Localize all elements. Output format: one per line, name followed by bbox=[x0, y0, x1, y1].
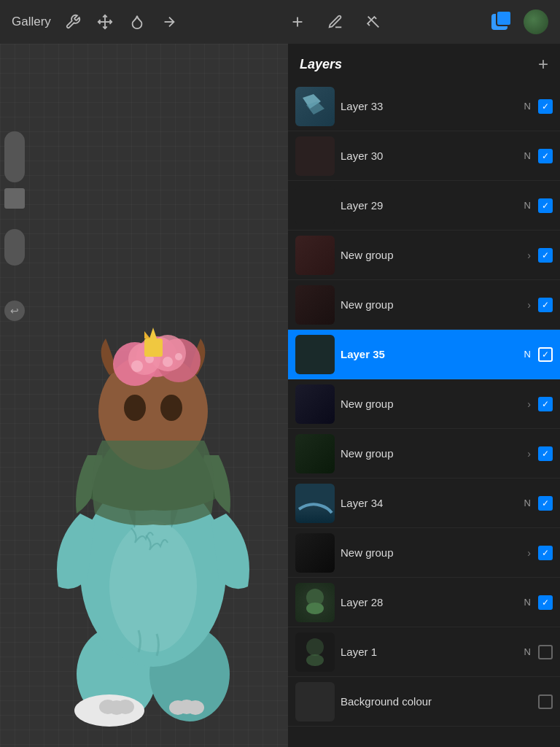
layer-thumbnail-layer35 bbox=[295, 335, 335, 374]
brush-size-slider[interactable] bbox=[4, 131, 25, 182]
layer-mode-layer34: N bbox=[524, 498, 531, 508]
layer-thumbnail-newgroup4 bbox=[295, 434, 335, 473]
layer-row-layer1[interactable]: Layer 1N bbox=[288, 627, 560, 677]
layers-panel: Layers + Layer 33NLayer 30NLayer 29NNew … bbox=[288, 44, 560, 747]
svg-point-24 bbox=[163, 357, 173, 367]
layer-row-layer30[interactable]: Layer 30N bbox=[288, 131, 560, 181]
layer-name-layer33: Layer 33 bbox=[341, 100, 524, 112]
layer-row-layer28[interactable]: Layer 28N bbox=[288, 578, 560, 627]
layer-thumbnail-layer28 bbox=[295, 583, 335, 622]
expand-group-icon-newgroup4[interactable]: › bbox=[527, 448, 531, 460]
layer-thumbnail-newgroup3 bbox=[295, 384, 335, 424]
layer-thumbnail-layer34 bbox=[295, 484, 335, 523]
expand-group-icon-newgroup1[interactable]: › bbox=[527, 249, 531, 261]
toolbar-center bbox=[179, 12, 491, 32]
layer-name-newgroup3: New group bbox=[341, 398, 527, 410]
layer-visibility-newgroup3[interactable] bbox=[538, 397, 553, 411]
layer-row-newgroup1[interactable]: New group› bbox=[288, 231, 560, 280]
svg-point-35 bbox=[306, 638, 324, 656]
layer-thumbnail-newgroup5 bbox=[295, 533, 335, 573]
opacity-slider[interactable] bbox=[4, 229, 25, 266]
layer-thumbnail-layer29 bbox=[295, 186, 335, 225]
left-sidebar: ↩ bbox=[0, 131, 29, 321]
layer-name-bgcolour: Background colour bbox=[341, 695, 531, 708]
layer-row-layer34[interactable]: Layer 34N bbox=[288, 479, 560, 528]
pen-tool-icon[interactable] bbox=[287, 12, 308, 32]
layer-row-layer33[interactable]: Layer 33N bbox=[288, 82, 560, 131]
layer-name-layer28: Layer 28 bbox=[341, 596, 524, 608]
canvas-area[interactable]: ↩ bbox=[0, 44, 288, 747]
layer-row-newgroup2[interactable]: New group› bbox=[288, 280, 560, 330]
layer-mode-layer30: N bbox=[524, 150, 531, 161]
layer-name-layer35: Layer 35 bbox=[341, 348, 524, 360]
layer-mode-layer33: N bbox=[524, 101, 531, 112]
layer-visibility-newgroup2[interactable] bbox=[538, 298, 553, 312]
layer-visibility-layer34[interactable] bbox=[538, 496, 553, 511]
svg-point-13 bbox=[169, 700, 187, 715]
layer-visibility-layer30[interactable] bbox=[538, 149, 553, 163]
svg-marker-27 bbox=[149, 328, 157, 338]
svg-point-34 bbox=[306, 603, 324, 614]
layer-name-layer29: Layer 29 bbox=[341, 199, 524, 212]
layer-visibility-layer35[interactable] bbox=[538, 347, 553, 362]
pencil-icon[interactable] bbox=[325, 12, 346, 32]
layers-panel-icon[interactable] bbox=[491, 10, 515, 34]
layer-visibility-layer1[interactable] bbox=[538, 645, 553, 659]
toolbar-left: Gallery bbox=[12, 12, 179, 32]
svg-point-10 bbox=[117, 700, 134, 714]
undo-button[interactable]: ↩ bbox=[4, 301, 25, 321]
layer-name-layer1: Layer 1 bbox=[341, 646, 524, 658]
layer-name-layer30: Layer 30 bbox=[341, 150, 524, 162]
expand-group-icon-newgroup3[interactable]: › bbox=[527, 398, 531, 410]
layer-thumbnail-newgroup2 bbox=[295, 285, 335, 325]
selection-icon[interactable] bbox=[159, 12, 179, 32]
layer-thumbnail-bgcolour bbox=[295, 682, 335, 721]
layer-visibility-layer33[interactable] bbox=[538, 99, 553, 114]
layer-row-layer35[interactable]: Layer 35N bbox=[288, 330, 560, 379]
layer-thumbnail-layer33 bbox=[295, 87, 335, 126]
layer-name-newgroup1: New group bbox=[341, 249, 527, 261]
toolbar-right bbox=[491, 9, 548, 34]
layer-row-newgroup4[interactable]: New group› bbox=[288, 429, 560, 479]
layers-title: Layers bbox=[300, 57, 342, 72]
svg-rect-26 bbox=[144, 338, 163, 357]
layer-mode-layer29: N bbox=[524, 200, 531, 211]
layer-visibility-newgroup5[interactable] bbox=[538, 546, 553, 560]
layer-name-newgroup5: New group bbox=[341, 546, 527, 559]
layer-row-layer29[interactable]: Layer 29N bbox=[288, 181, 560, 231]
eraser-icon[interactable] bbox=[363, 12, 384, 32]
modify-icon[interactable] bbox=[95, 12, 115, 32]
add-layer-button[interactable]: + bbox=[538, 55, 548, 73]
layer-visibility-newgroup4[interactable] bbox=[538, 446, 553, 461]
layer-name-layer34: Layer 34 bbox=[341, 497, 524, 509]
expand-group-icon-newgroup2[interactable]: › bbox=[527, 299, 531, 311]
svg-point-29 bbox=[124, 395, 146, 421]
svg-point-36 bbox=[306, 654, 324, 666]
layers-list: Layer 33NLayer 30NLayer 29NNew group›New… bbox=[288, 82, 560, 727]
toolbar: Gallery bbox=[0, 0, 560, 44]
svg-point-30 bbox=[160, 395, 182, 421]
layer-visibility-layer28[interactable] bbox=[538, 595, 553, 610]
layer-row-bgcolour[interactable]: Background colour bbox=[288, 677, 560, 727]
layer-mode-layer35: N bbox=[524, 349, 531, 360]
character-illustration bbox=[22, 178, 284, 747]
layer-row-newgroup3[interactable]: New group› bbox=[288, 379, 560, 429]
svg-point-22 bbox=[131, 360, 143, 372]
layer-visibility-layer29[interactable] bbox=[538, 198, 553, 213]
gallery-button[interactable]: Gallery bbox=[12, 15, 51, 29]
expand-group-icon-newgroup5[interactable]: › bbox=[527, 547, 531, 559]
layer-visibility-bgcolour[interactable] bbox=[538, 694, 553, 709]
svg-point-25 bbox=[175, 353, 182, 360]
layer-visibility-newgroup1[interactable] bbox=[538, 248, 553, 263]
smudge-icon[interactable] bbox=[127, 12, 147, 32]
layer-mode-layer1: N bbox=[524, 646, 531, 657]
layer-row-newgroup5[interactable]: New group› bbox=[288, 528, 560, 578]
wrench-icon[interactable] bbox=[63, 12, 83, 32]
layer-name-newgroup4: New group bbox=[341, 447, 527, 460]
avatar[interactable] bbox=[524, 9, 548, 34]
layers-header: Layers + bbox=[288, 44, 560, 82]
layer-name-newgroup2: New group bbox=[341, 298, 527, 311]
layer-thumbnail-layer30 bbox=[295, 136, 335, 176]
svg-point-15 bbox=[109, 521, 197, 652]
color-swatch[interactable] bbox=[4, 188, 25, 209]
